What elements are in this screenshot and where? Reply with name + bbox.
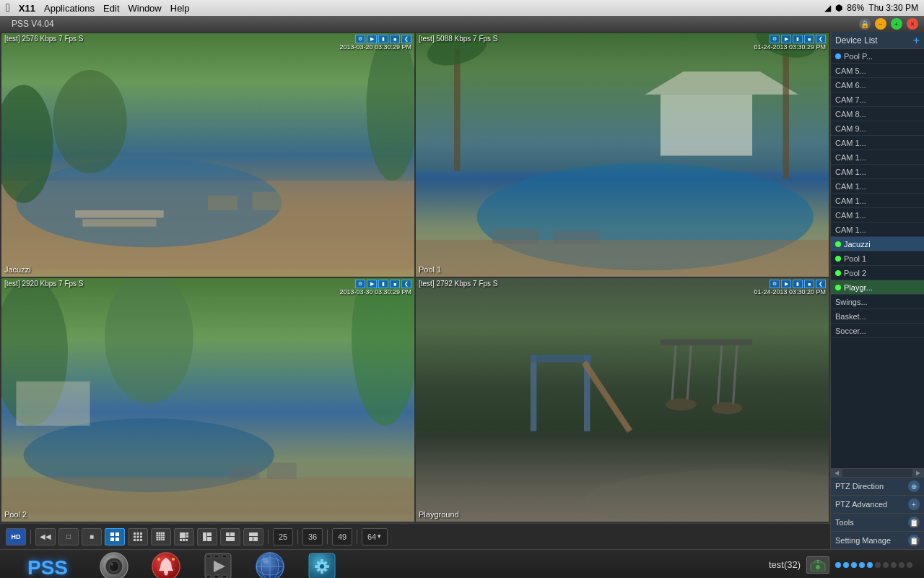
device-item-cam5[interactable]: CAM 5... <box>831 64 924 78</box>
layout-special1[interactable] <box>174 528 194 545</box>
svg-rect-66 <box>159 536 161 538</box>
device-item-pool2[interactable]: Pool 2 <box>831 266 924 280</box>
cam2-icon3[interactable]: ▮ <box>793 35 803 43</box>
minimize-button[interactable]: − <box>875 18 886 30</box>
device-item-swings[interactable]: Swings... <box>831 295 924 309</box>
cam2-icon5[interactable]: ❮ <box>816 35 826 43</box>
scroll-right-button[interactable]: ▶ <box>912 469 924 478</box>
cam3-icon4[interactable]: ■ <box>390 280 400 288</box>
camera-cell-pool2[interactable]: [test] 2920 Kbps 7 Fps S ⚙ ▶ ▮ ■ ❮ 2013-… <box>1 278 414 522</box>
layout-special3[interactable] <box>220 528 240 545</box>
cam2-icon1[interactable]: ⚙ <box>770 35 780 43</box>
svg-rect-53 <box>140 535 142 538</box>
app-name[interactable]: X11 <box>19 3 35 14</box>
tools-btn[interactable]: 📋 <box>908 517 920 528</box>
svg-rect-102 <box>214 575 219 578</box>
layout-2x2[interactable] <box>105 528 125 545</box>
svg-point-110 <box>263 558 269 564</box>
device-name: CAM 5... <box>835 66 866 75</box>
dock-playback[interactable]: Playback <box>196 552 240 579</box>
device-item-basket[interactable]: Basket... <box>831 309 924 324</box>
layout-special2[interactable] <box>197 528 217 545</box>
maximize-button[interactable]: + <box>891 18 902 30</box>
device-item-cam7[interactable]: CAM 7... <box>831 92 924 107</box>
lock-button[interactable]: 🔒 <box>859 18 871 30</box>
camera-cell-jacuzzi[interactable]: [test] 2576 Kbps 7 Fps S ⚙ ▶ ▮ ■ ❮ 2013-… <box>1 33 414 277</box>
cam4-icon2[interactable]: ▶ <box>781 280 791 288</box>
ptz-direction-btn[interactable]: ⊕ <box>908 480 920 492</box>
svg-rect-58 <box>159 532 161 534</box>
close-button[interactable]: × <box>907 18 918 30</box>
device-item-cam10[interactable]: CAM 1... <box>831 136 924 150</box>
fullscreen-button[interactable]: □ <box>58 528 79 545</box>
device-name: CAM 1... <box>835 168 866 176</box>
ptz-advanced-btn[interactable]: + <box>908 499 920 510</box>
device-item-cam11[interactable]: CAM 1... <box>831 150 924 165</box>
setting-manage-header[interactable]: Setting Manage 📋 <box>831 532 924 549</box>
num-36[interactable]: 36 <box>302 528 323 545</box>
device-item-cam6[interactable]: CAM 6... <box>831 78 924 92</box>
scroll-left-button[interactable]: ◀ <box>831 469 842 478</box>
menu-applications[interactable]: Applications <box>44 3 95 14</box>
device-item-cam15[interactable]: CAM 1... <box>831 208 924 223</box>
scrollbar-track[interactable] <box>844 470 911 476</box>
setting-manage-btn[interactable]: 📋 <box>908 535 920 546</box>
cam1-icon3[interactable]: ▮ <box>378 35 388 43</box>
cam3-info: [test] 2920 Kbps 7 Fps S <box>4 280 84 288</box>
cam4-icon3[interactable]: ▮ <box>793 280 803 288</box>
menu-edit[interactable]: Edit <box>103 3 119 14</box>
cam1-icon1[interactable]: ⚙ <box>355 35 365 43</box>
dock-config[interactable]: Config <box>300 552 344 579</box>
svg-rect-99 <box>214 555 219 558</box>
cam1-icon2[interactable]: ▶ <box>367 35 377 43</box>
signal-dot-9 <box>899 562 905 568</box>
device-item-cam9[interactable]: CAM 9... <box>831 121 924 136</box>
layout-3x3[interactable] <box>128 528 148 545</box>
cam2-icon2[interactable]: ▶ <box>781 35 791 43</box>
cam4-icon5[interactable]: ❮ <box>816 280 826 288</box>
layout-special4[interactable] <box>243 528 263 545</box>
cam3-icon1[interactable]: ⚙ <box>355 280 365 288</box>
cam3-icon5[interactable]: ❮ <box>401 280 411 288</box>
device-item-cam16[interactable]: CAM 1... <box>831 223 924 237</box>
cam3-icon2[interactable]: ▶ <box>367 280 377 288</box>
camera-cell-pool1[interactable]: [test] 5088 Kbps 7 Fps S ⚙ ▶ ▮ ■ ❮ 01-24… <box>416 33 829 277</box>
camera-cell-playground[interactable]: [test] 2792 Kbps 7 Fps S ⚙ ▶ ▮ ■ ❮ 01-24… <box>416 278 829 522</box>
hd-button[interactable]: HD <box>6 528 26 545</box>
menu-help[interactable]: Help <box>170 3 190 14</box>
device-item-pool1[interactable]: Pool 1 <box>831 251 924 266</box>
num-64[interactable]: 64 ▼ <box>362 528 388 545</box>
dock-emap[interactable]: E-map <box>248 552 292 579</box>
cam4-icon1[interactable]: ⚙ <box>770 280 780 288</box>
prev-button[interactable]: ◀◀ <box>35 528 56 545</box>
device-item-playground[interactable]: Playgr... <box>831 280 924 295</box>
device-item-cam13[interactable]: CAM 1... <box>831 179 924 194</box>
device-item-poolp[interactable]: Pool P... <box>831 49 924 64</box>
cam4-icon4[interactable]: ■ <box>804 280 814 288</box>
device-list-add-button[interactable]: + <box>913 34 920 47</box>
num-49[interactable]: 49 <box>332 528 352 545</box>
toolbar: HD ◀◀ □ ■ <box>0 523 830 549</box>
cam1-icon5[interactable]: ❮ <box>401 35 411 43</box>
dock-alarm[interactable]: Alarm <box>144 552 188 579</box>
layout-4x4[interactable] <box>151 528 171 545</box>
cam1-icon4[interactable]: ■ <box>390 35 400 43</box>
tools-header[interactable]: Tools 📋 <box>831 514 924 531</box>
device-item-jacuzzi[interactable]: Jacuzzi <box>831 237 924 251</box>
apple-menu[interactable]:  <box>6 1 10 14</box>
ptz-direction-header[interactable]: PTZ Direction ⊕ <box>831 478 924 495</box>
device-item-cam8[interactable]: CAM 8... <box>831 107 924 121</box>
device-item-cam12[interactable]: CAM 1... <box>831 165 924 179</box>
svg-rect-117 <box>326 565 329 568</box>
device-item-soccer[interactable]: Soccer... <box>831 324 924 338</box>
dock-task[interactable]: Task <box>92 552 136 579</box>
cam2-icon4[interactable]: ■ <box>804 35 814 43</box>
layout-1x1[interactable]: ■ <box>82 528 102 545</box>
num-25[interactable]: 25 <box>273 528 293 545</box>
device-item-cam14[interactable]: CAM 1... <box>831 194 924 208</box>
device-list[interactable]: Pool P... CAM 5... CAM 6... CAM 7... CAM… <box>831 49 924 468</box>
svg-rect-82 <box>226 532 230 536</box>
ptz-advanced-header[interactable]: PTZ Advanced + <box>831 496 924 513</box>
cam3-icon3[interactable]: ▮ <box>378 280 388 288</box>
menu-window[interactable]: Window <box>128 3 162 14</box>
